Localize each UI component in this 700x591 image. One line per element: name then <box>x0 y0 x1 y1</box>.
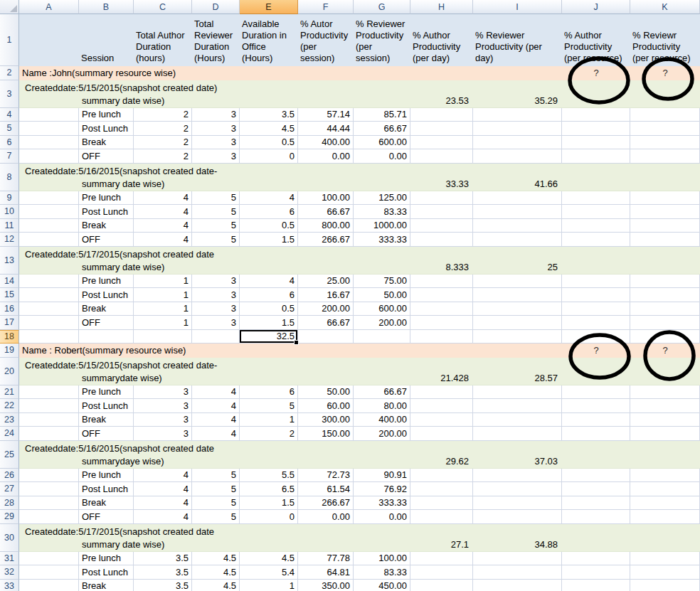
cell-I3[interactable]: 35.29 <box>473 80 562 108</box>
cell-E17[interactable]: 1.5 <box>240 316 298 330</box>
cell-H24[interactable] <box>410 427 473 441</box>
cell-F18[interactable] <box>298 330 354 344</box>
row-header-18[interactable]: 18 <box>0 330 19 344</box>
cell-B23[interactable]: Break <box>79 413 134 427</box>
cell-I5[interactable] <box>473 122 562 136</box>
cell-G7[interactable]: 0.00 <box>354 149 410 164</box>
cell-K11[interactable] <box>630 219 700 233</box>
cell-D17[interactable]: 3 <box>192 316 240 330</box>
cell-J13[interactable] <box>562 247 630 275</box>
cell-G17[interactable]: 200.00 <box>354 316 410 330</box>
cell-A2[interactable]: Name :John(summary resource wise) <box>19 66 562 80</box>
cell-F17[interactable]: 66.67 <box>298 316 354 330</box>
cell-F5[interactable]: 44.44 <box>298 122 354 136</box>
cell-A7[interactable] <box>19 149 79 164</box>
cell-I12[interactable] <box>473 233 562 247</box>
cell-I17[interactable] <box>473 316 562 330</box>
cell-H18[interactable] <box>410 330 473 344</box>
cell-K17[interactable] <box>630 316 700 330</box>
cell-G33[interactable]: 450.00 <box>354 580 410 591</box>
cell-A20[interactable]: Createddate:5/15/2015(snapshot created d… <box>19 358 410 385</box>
cell-A10[interactable] <box>19 205 79 219</box>
row-header-13[interactable]: 13 <box>0 247 19 275</box>
cell-B28[interactable]: Break <box>79 496 134 511</box>
cell-A32[interactable] <box>19 565 79 580</box>
cell-G29[interactable]: 0.00 <box>354 510 410 524</box>
cell-D1[interactable]: Total Reviewer Duration (Hours) <box>192 14 240 66</box>
row-header-26[interactable]: 26 <box>0 469 19 483</box>
cell-F14[interactable]: 25.00 <box>298 275 354 289</box>
cell-G22[interactable]: 80.00 <box>354 399 410 413</box>
cell-E4[interactable]: 3.5 <box>240 108 298 122</box>
cell-C1[interactable]: Total Author Duration (hours) <box>134 14 192 66</box>
cell-B4[interactable]: Pre lunch <box>79 108 134 122</box>
cell-A28[interactable] <box>19 496 79 511</box>
cell-H30[interactable]: 27.1 <box>410 524 473 552</box>
cell-A22[interactable] <box>19 399 79 413</box>
cell-G6[interactable]: 600.00 <box>354 136 410 150</box>
cell-A8[interactable]: Createddate:5/16/2015(snapshot created d… <box>19 164 410 191</box>
cell-E26[interactable]: 5.5 <box>240 469 298 483</box>
cell-K16[interactable] <box>630 302 700 316</box>
cell-E12[interactable]: 1.5 <box>240 233 298 247</box>
row-header-17[interactable]: 17 <box>0 316 19 330</box>
cell-K29[interactable] <box>630 510 700 524</box>
cell-I23[interactable] <box>473 413 562 427</box>
cell-F7[interactable]: 0.00 <box>298 149 354 164</box>
cell-J14[interactable] <box>562 275 630 289</box>
cell-G28[interactable]: 333.33 <box>354 496 410 511</box>
cell-F11[interactable]: 800.00 <box>298 219 354 233</box>
cell-D12[interactable]: 5 <box>192 233 240 247</box>
cell-C23[interactable]: 3 <box>134 413 192 427</box>
cell-B1[interactable]: Session <box>79 14 134 66</box>
cell-K13[interactable] <box>630 247 700 275</box>
cell-A24[interactable] <box>19 427 79 441</box>
cell-D21[interactable]: 4 <box>192 385 240 400</box>
cell-H3[interactable]: 23.53 <box>410 80 473 108</box>
cell-D14[interactable]: 3 <box>192 275 240 289</box>
cell-E15[interactable]: 6 <box>240 288 298 302</box>
row-header-3[interactable]: 3 <box>0 80 19 108</box>
row-header-6[interactable]: 6 <box>0 136 19 150</box>
cell-C6[interactable]: 2 <box>134 136 192 150</box>
cell-J23[interactable] <box>562 413 630 427</box>
cell-I27[interactable] <box>473 482 562 496</box>
cell-F1[interactable]: % Autor Productivity (per session) <box>298 14 354 66</box>
select-all-corner[interactable] <box>0 0 19 14</box>
cell-F24[interactable]: 150.00 <box>298 427 354 441</box>
cell-F28[interactable]: 266.67 <box>298 496 354 511</box>
cell-G24[interactable]: 200.00 <box>354 427 410 441</box>
cell-H6[interactable] <box>410 136 473 150</box>
cell-K3[interactable] <box>630 80 700 108</box>
cell-A26[interactable] <box>19 469 79 483</box>
cell-I9[interactable] <box>473 191 562 206</box>
cell-E21[interactable]: 6 <box>240 385 298 400</box>
cell-J28[interactable] <box>562 496 630 511</box>
row-header-2[interactable]: 2 <box>0 66 19 80</box>
cell-E31[interactable]: 4.5 <box>240 552 298 566</box>
cell-I32[interactable] <box>473 565 562 580</box>
cell-J11[interactable] <box>562 219 630 233</box>
cell-E6[interactable]: 0.5 <box>240 136 298 150</box>
cell-E28[interactable]: 1.5 <box>240 496 298 511</box>
cell-D11[interactable]: 5 <box>192 219 240 233</box>
cell-J5[interactable] <box>562 122 630 136</box>
cell-K8[interactable] <box>630 164 700 191</box>
cell-H23[interactable] <box>410 413 473 427</box>
row-header-27[interactable]: 27 <box>0 482 19 496</box>
cell-K22[interactable] <box>630 399 700 413</box>
cell-K9[interactable] <box>630 191 700 206</box>
row-header-1[interactable]: 1 <box>0 14 19 66</box>
cell-J24[interactable] <box>562 427 630 441</box>
cell-I11[interactable] <box>473 219 562 233</box>
cell-E32[interactable]: 5.4 <box>240 565 298 580</box>
cell-D33[interactable]: 4.5 <box>192 580 240 591</box>
cell-J18[interactable] <box>562 330 630 344</box>
row-header-28[interactable]: 28 <box>0 496 19 511</box>
cell-G21[interactable]: 66.67 <box>354 385 410 400</box>
cell-F23[interactable]: 300.00 <box>298 413 354 427</box>
cell-C27[interactable]: 4 <box>134 482 192 496</box>
row-header-10[interactable]: 10 <box>0 205 19 219</box>
cell-G11[interactable]: 1000.00 <box>354 219 410 233</box>
cell-G15[interactable]: 50.00 <box>354 288 410 302</box>
